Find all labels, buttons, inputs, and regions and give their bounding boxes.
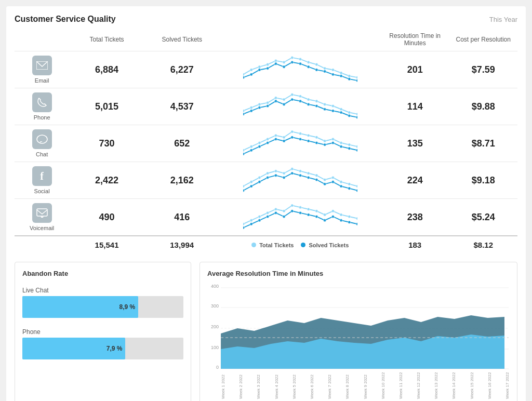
svg-point-122	[348, 187, 351, 190]
svg-point-51	[274, 100, 277, 102]
x-axis-label: Week 8 2022	[345, 370, 350, 399]
svg-point-110	[250, 184, 252, 187]
legend-label-solved: Solved Tickets	[309, 242, 349, 248]
svg-point-72	[307, 134, 310, 137]
svg-point-10	[307, 61, 310, 63]
svg-point-36	[274, 96, 277, 99]
svg-point-143	[258, 219, 261, 221]
abandon-rate-title: Abandon Rate	[22, 270, 183, 277]
svg-text:300: 300	[211, 303, 219, 309]
svg-point-8	[291, 56, 294, 59]
svg-point-14	[340, 71, 342, 74]
svg-point-71	[299, 132, 301, 135]
cost-voicemail: $5.24	[449, 199, 517, 236]
svg-point-128	[258, 215, 261, 218]
svg-point-114	[283, 176, 285, 179]
area-chart-container: 0 100 200 300 400	[207, 282, 510, 399]
svg-point-21	[274, 62, 277, 65]
solved-tickets-voicemail: 416	[144, 199, 220, 236]
svg-point-26	[315, 68, 318, 71]
channel-icon-phone	[32, 92, 52, 112]
svg-point-30	[348, 77, 351, 80]
svg-point-112	[266, 176, 269, 179]
svg-point-101	[299, 169, 301, 172]
svg-point-136	[323, 213, 326, 216]
svg-point-15	[348, 74, 351, 77]
svg-point-151	[323, 219, 326, 221]
svg-point-149	[307, 213, 310, 216]
sparkline-svg-phone	[243, 93, 357, 119]
svg-point-99	[283, 171, 285, 174]
svg-point-129	[266, 211, 269, 214]
svg-point-43	[331, 104, 334, 107]
svg-point-135	[315, 209, 318, 212]
area-chart-panel: Average Resolution Time in Minutes 0 100…	[200, 262, 517, 401]
x-axis-label: Week 16 2022	[487, 370, 492, 399]
svg-point-154	[348, 221, 351, 223]
channel-name-social: Social	[19, 188, 65, 194]
svg-point-20	[266, 66, 269, 69]
svg-point-70	[291, 130, 294, 132]
res-time-total: 183	[381, 236, 449, 253]
col-solved: Solved Tickets	[144, 30, 220, 51]
solved-tickets-social: 2,162	[144, 162, 220, 199]
svg-point-4	[258, 65, 261, 68]
svg-point-139	[348, 215, 351, 218]
channel-name-voicemail: Voicemail	[19, 225, 65, 231]
svg-point-127	[250, 219, 252, 221]
svg-rect-124	[37, 209, 47, 216]
x-axis-label: Week 6 2022	[310, 370, 314, 399]
svg-point-83	[274, 138, 277, 140]
x-axis-label: Week 11 2022	[398, 370, 403, 399]
bar-label: Live Chat	[22, 287, 183, 294]
svg-point-77	[348, 143, 351, 145]
svg-point-38	[291, 93, 294, 96]
svg-point-29	[340, 74, 342, 77]
svg-point-49	[258, 106, 261, 109]
svg-point-106	[340, 180, 342, 183]
svg-point-68	[274, 134, 277, 137]
svg-point-145	[274, 211, 277, 214]
svg-point-76	[340, 141, 342, 144]
svg-point-69	[283, 136, 285, 138]
channel-name-chat: Chat	[19, 151, 65, 157]
svg-point-39	[299, 95, 301, 97]
svg-text:100: 100	[211, 345, 219, 350]
svg-point-58	[331, 109, 334, 112]
svg-point-67	[266, 138, 269, 140]
svg-point-9	[299, 58, 301, 60]
channel-cell-social: f Social	[15, 162, 69, 199]
svg-point-108	[356, 184, 357, 187]
total-tickets-chat: 730	[69, 125, 144, 162]
svg-point-144	[266, 215, 269, 218]
svg-point-7	[283, 61, 285, 63]
solved-tickets-phone: 4,537	[144, 88, 220, 125]
svg-point-107	[348, 182, 351, 185]
solved-tickets-email: 6,227	[144, 51, 220, 88]
svg-point-40	[307, 98, 310, 100]
sparkline-svg-social	[243, 167, 357, 193]
svg-point-60	[348, 114, 351, 117]
svg-point-50	[266, 104, 269, 107]
x-axis-label: Week 1 2022	[221, 370, 225, 399]
svg-point-137	[331, 209, 334, 212]
svg-point-16	[356, 76, 357, 78]
channel-icon-chat	[32, 129, 52, 149]
svg-point-11	[315, 63, 318, 65]
svg-point-48	[250, 109, 252, 112]
svg-point-35	[266, 101, 269, 104]
svg-point-57	[323, 108, 326, 110]
x-axis-label: Week 5 2022	[292, 370, 297, 399]
svg-point-98	[274, 169, 277, 172]
page-title: Customer Service Quality	[15, 15, 116, 24]
legend-dot-solved	[301, 243, 305, 247]
svg-point-119	[323, 182, 326, 185]
svg-point-120	[331, 180, 334, 183]
svg-point-100	[291, 167, 294, 170]
svg-point-74	[323, 139, 326, 142]
bar-fill: 7,9 %	[22, 338, 125, 359]
sparkline-phone	[220, 88, 381, 125]
svg-point-140	[356, 217, 357, 219]
svg-point-73	[315, 136, 318, 138]
sparkline-voicemail	[220, 199, 381, 236]
